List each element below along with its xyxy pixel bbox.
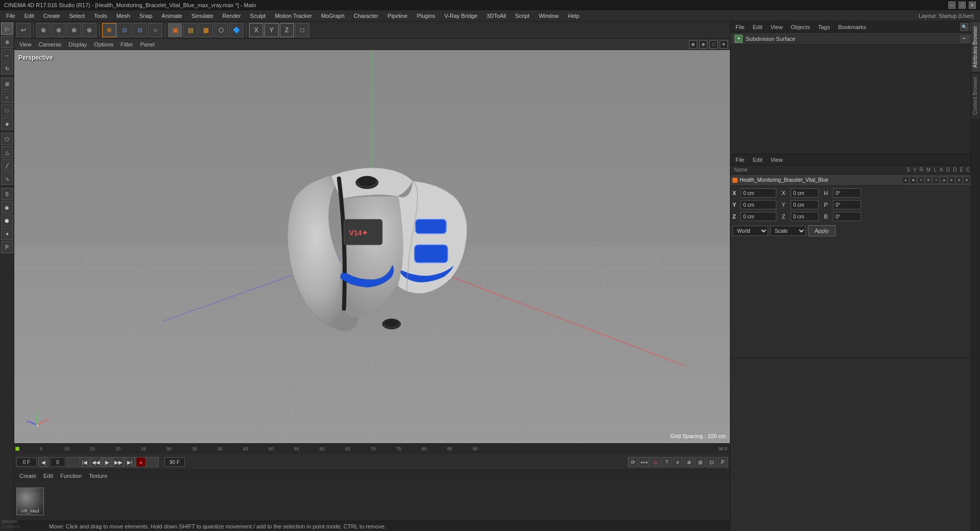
- tool-sphere[interactable]: ○: [1, 91, 13, 103]
- menu-character[interactable]: Character: [350, 12, 382, 20]
- edge-mode[interactable]: ⊕: [67, 23, 81, 37]
- scale-select[interactable]: Scale Size: [770, 226, 806, 236]
- world-select[interactable]: World Object: [732, 226, 768, 236]
- b-rot-input[interactable]: [833, 212, 861, 221]
- render-region[interactable]: ▣: [168, 23, 182, 37]
- obj-edit[interactable]: Edit: [750, 23, 766, 31]
- vp-panel[interactable]: Panel: [137, 40, 158, 49]
- mat-function[interactable]: Function: [57, 472, 85, 480]
- menu-script[interactable]: Script: [511, 12, 533, 20]
- mat-edit[interactable]: Edit: [40, 472, 56, 480]
- tool-select[interactable]: ▷: [1, 22, 13, 35]
- menu-render[interactable]: Render: [218, 12, 245, 20]
- select-all[interactable]: ⊗: [102, 23, 116, 37]
- obj-icon-5[interactable]: ≡: [933, 177, 940, 184]
- menu-motiontracker[interactable]: Motion Tracker: [271, 12, 316, 20]
- material-vr-med[interactable]: VR_Med: [16, 488, 44, 515]
- menu-window[interactable]: Window: [534, 12, 562, 20]
- obj-icon-2[interactable]: ■: [910, 177, 917, 184]
- render-queue[interactable]: 🔷: [229, 23, 243, 37]
- obj-tags[interactable]: Tags: [815, 23, 833, 31]
- tool-hair[interactable]: ⬟: [1, 214, 13, 227]
- obj-objects[interactable]: Objects: [788, 23, 813, 31]
- vp-icon-close[interactable]: ✕: [720, 40, 728, 49]
- vp-display[interactable]: Display: [65, 40, 90, 49]
- play-back[interactable]: ◀◀: [91, 457, 101, 467]
- tool-box[interactable]: ⊞: [1, 78, 13, 90]
- playback-range[interactable]: ⊕: [684, 457, 694, 467]
- undo-button[interactable]: ↩: [16, 23, 31, 37]
- p-rot-input[interactable]: [833, 200, 861, 209]
- mat-create[interactable]: Create: [16, 472, 39, 480]
- x-scale-input[interactable]: [791, 188, 819, 198]
- menu-animate[interactable]: Animate: [158, 12, 186, 20]
- vp-options[interactable]: Options: [91, 40, 116, 49]
- end-frame-input[interactable]: [164, 457, 185, 467]
- obj-icon-3[interactable]: ≡: [917, 177, 924, 184]
- select-poly[interactable]: ○: [148, 23, 162, 37]
- tool-scale[interactable]: ↔: [1, 49, 13, 61]
- tool-s[interactable]: S: [1, 188, 13, 200]
- sync-btn[interactable]: P: [718, 457, 728, 467]
- tool-python[interactable]: P: [1, 241, 13, 253]
- obj-icon-4[interactable]: ⊞: [925, 177, 932, 184]
- apply-button[interactable]: Apply: [808, 225, 836, 236]
- go-end[interactable]: ▶|: [125, 457, 135, 467]
- obj-view[interactable]: View: [768, 23, 786, 31]
- tool-rotate[interactable]: ↻: [1, 62, 13, 75]
- tool-move[interactable]: ⊕: [1, 36, 13, 48]
- record-btn2[interactable]: ◎: [650, 457, 660, 467]
- point-mode[interactable]: ⊕: [52, 23, 66, 37]
- obj-icon-1[interactable]: ●: [902, 177, 909, 184]
- tool-spline[interactable]: ╱: [1, 159, 13, 172]
- menu-mograph[interactable]: MoGraph: [317, 12, 349, 20]
- y-mode[interactable]: Y: [264, 23, 279, 37]
- select-rect[interactable]: ⊙: [117, 23, 132, 37]
- subdiv-edit-icon[interactable]: ✏: [961, 35, 968, 42]
- z-pos-input[interactable]: [741, 212, 776, 221]
- poly-mode[interactable]: ⊕: [82, 23, 96, 37]
- menu-sculpt[interactable]: Sculpt: [246, 12, 270, 20]
- viewport-3d[interactable]: V14✦: [14, 50, 730, 443]
- subdivision-surface-item[interactable]: ✦ Subdivision Surface ✏ ✓: [730, 33, 980, 45]
- tool-poly[interactable]: △: [1, 146, 13, 158]
- close-button[interactable]: ✕: [969, 2, 976, 9]
- obj-bottom-view[interactable]: View: [768, 156, 786, 164]
- tool-mograph[interactable]: ◉: [1, 201, 13, 213]
- render-view[interactable]: ▤: [183, 23, 198, 37]
- object-row-bracelet[interactable]: Health_Monitoring_Bracelet_Vital_Blue ● …: [730, 175, 980, 186]
- menu-select[interactable]: Select: [65, 12, 89, 20]
- tool-cube[interactable]: □: [1, 104, 13, 116]
- vp-cameras[interactable]: Cameras: [36, 40, 65, 49]
- y-scale-input[interactable]: [791, 200, 819, 209]
- menu-mesh[interactable]: Mesh: [112, 12, 134, 20]
- z-mode[interactable]: Z: [280, 23, 294, 37]
- menu-plugins[interactable]: Plugins: [412, 12, 439, 20]
- obj-bookmarks[interactable]: Bookmarks: [835, 23, 869, 31]
- x-pos-input[interactable]: [741, 188, 776, 198]
- play-next[interactable]: ▶▶: [113, 457, 124, 467]
- obj-bottom-file[interactable]: File: [732, 156, 748, 164]
- y-pos-input[interactable]: [741, 200, 776, 209]
- play-forward[interactable]: ▶: [102, 457, 112, 467]
- vp-icon-lock[interactable]: ⊕: [699, 40, 707, 49]
- menu-snap[interactable]: Snap: [135, 12, 157, 20]
- select-circle[interactable]: ⊙: [133, 23, 147, 37]
- current-frame-input[interactable]: [16, 457, 37, 467]
- obj-search-icon[interactable]: 🔍: [960, 23, 968, 31]
- frame-step[interactable]: ⊞: [695, 457, 705, 467]
- model-mode[interactable]: ⊕: [36, 23, 51, 37]
- bounce-btn[interactable]: ⟺: [639, 457, 649, 467]
- menu-create[interactable]: Create: [39, 12, 64, 20]
- tool-camera[interactable]: ◈: [1, 117, 13, 130]
- tool-sketch[interactable]: ✦: [1, 228, 13, 240]
- menu-simulate[interactable]: Simulate: [187, 12, 217, 20]
- obj-icon-7[interactable]: ⊕: [948, 177, 955, 184]
- obj-file[interactable]: File: [732, 23, 748, 31]
- vp-filter[interactable]: Filter: [117, 40, 136, 49]
- vp-view[interactable]: View: [16, 40, 35, 49]
- z-scale-input[interactable]: [791, 212, 819, 221]
- tool-deform[interactable]: ∿: [1, 173, 13, 185]
- vp-icon-expand[interactable]: □: [709, 40, 718, 49]
- help-btn[interactable]: ?: [662, 457, 672, 467]
